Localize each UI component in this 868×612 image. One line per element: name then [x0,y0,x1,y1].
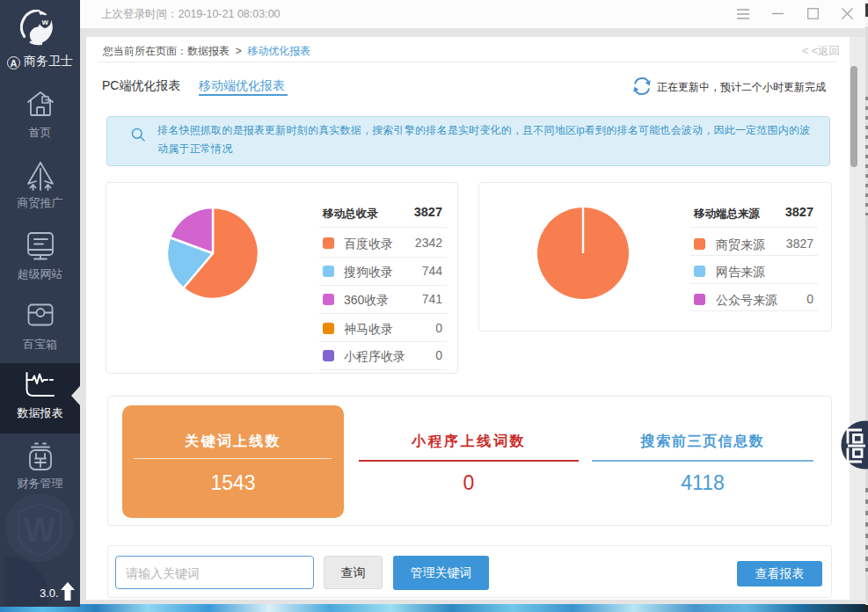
svg-text:w: w [41,18,49,26]
svg-text:W: W [24,512,55,549]
